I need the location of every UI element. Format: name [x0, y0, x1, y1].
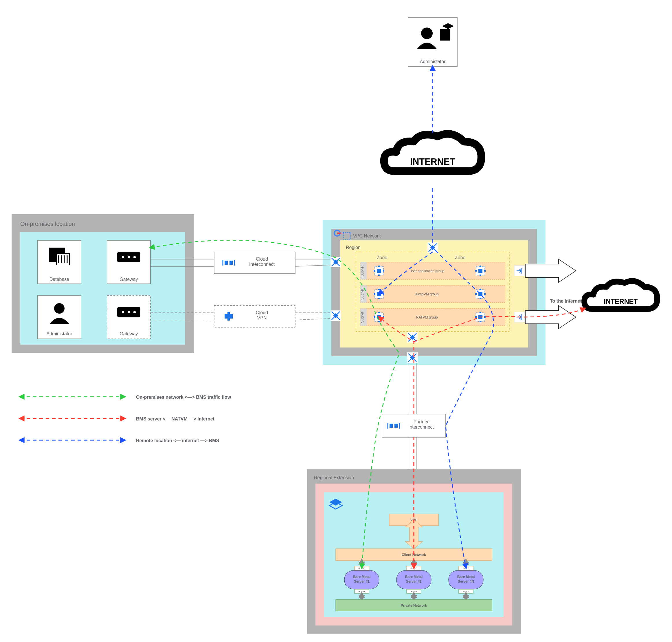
- router-icon: [330, 310, 341, 321]
- svg-point-25: [133, 256, 136, 258]
- database-node: Database: [38, 240, 81, 284]
- onprem-container: On-premises location Database Gateway Ad…: [12, 214, 194, 353]
- admin-top-node: Administator: [408, 17, 457, 67]
- regional-ext-title: Regional Extension: [314, 475, 354, 480]
- svg-point-32: [133, 311, 136, 313]
- to-internet-label: To the internet: [550, 298, 582, 304]
- internet-right: INTERNET: [584, 281, 657, 309]
- svg-text:Subnet: Subnet: [360, 311, 364, 323]
- onprem-title: On-premises location: [20, 221, 75, 227]
- region-label: Region: [346, 245, 360, 250]
- vpc-container: VPC Network Region Zone Zone Subnet User…: [323, 220, 545, 365]
- onprem-admin-node: Administator: [38, 295, 81, 339]
- uag-label: User application group: [409, 269, 444, 273]
- vpc-title: VPC Network: [353, 233, 381, 238]
- jump-label: JumpVM group: [415, 292, 439, 296]
- svg-text:INTERNET: INTERNET: [410, 157, 455, 167]
- svg-rect-37: [227, 312, 230, 321]
- svg-point-27: [54, 303, 65, 313]
- svg-text:CloudVPN: CloudVPN: [256, 310, 268, 320]
- legend-green: On-premises network <—> BMS traffic flow: [136, 395, 231, 400]
- gateway2-node: Gateway: [107, 295, 150, 339]
- svg-point-31: [128, 311, 130, 313]
- svg-text:Bond1: Bond1: [410, 590, 417, 593]
- zone1-label: Zone: [377, 255, 387, 260]
- cloud-interconnect-node: CloudInterconnect: [214, 252, 295, 274]
- gateway2-label: Gateway: [120, 331, 138, 336]
- svg-text:Bond1: Bond1: [462, 590, 470, 593]
- svg-point-65: [421, 27, 433, 39]
- admin-top-label: Administator: [420, 59, 446, 64]
- nat-gateway-icon: [514, 266, 525, 276]
- database-label: Database: [50, 277, 69, 282]
- svg-point-23: [122, 256, 124, 258]
- svg-text:Subnet: Subnet: [360, 288, 364, 300]
- internet-top: INTERNET: [384, 134, 481, 171]
- router-icon: [330, 257, 341, 267]
- svg-text:INTERNET: INTERNET: [604, 298, 638, 305]
- legend-blue: Remote location <— internet —> BMS: [136, 438, 219, 443]
- priv-net-label: Private Network: [401, 603, 427, 607]
- natvm-label: NATVM group: [416, 315, 438, 319]
- gateway1-label: Gateway: [120, 277, 138, 282]
- svg-text:Subnet: Subnet: [360, 265, 364, 277]
- legend: On-premises network <—> BMS traffic flow…: [20, 395, 231, 443]
- subnet-uag: Subnet User application group: [360, 262, 505, 280]
- svg-point-30: [122, 311, 124, 313]
- partner-interconnect-node: PartnerInterconnect: [382, 414, 446, 437]
- onprem-admin-label: Administator: [47, 331, 73, 336]
- svg-text:Bond1: Bond1: [358, 590, 365, 593]
- svg-text:Bond0: Bond0: [358, 567, 365, 569]
- svg-point-24: [128, 256, 130, 258]
- cloud-vpn-node: CloudVPN: [214, 306, 295, 327]
- legend-red: BMS server <— NATVM —> Internet: [136, 416, 215, 421]
- gateway1-node: Gateway: [107, 240, 150, 284]
- zone2-label: Zone: [455, 255, 466, 260]
- subnet-jump: Subnet JumpVM group: [360, 285, 505, 303]
- subnet-natvm: Subnet NATVM group: [360, 308, 505, 326]
- router-icon: [407, 352, 418, 363]
